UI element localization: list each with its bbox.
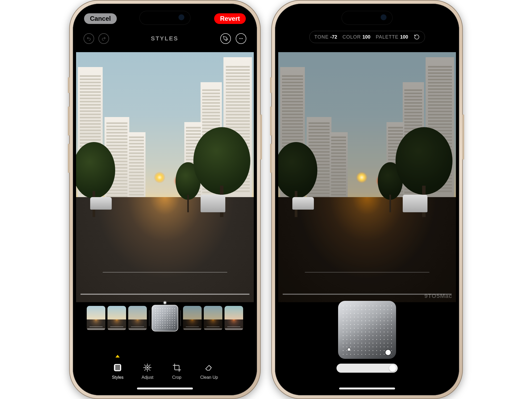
screen-right: TONE -72 COLOR 100 PALETTE 100 <box>278 7 456 392</box>
photo-preview[interactable] <box>76 52 254 302</box>
svg-line-20 <box>149 365 150 366</box>
style-thumb[interactable] <box>183 306 202 330</box>
tone-color-pad[interactable] <box>338 301 396 359</box>
styles-carousel[interactable] <box>76 305 254 331</box>
edit-tabbar: Styles Adjust Crop Clean Up <box>76 351 254 383</box>
reset-icon <box>414 34 419 40</box>
active-tab-marker-icon <box>115 355 120 358</box>
style-pad-thumb-selected[interactable] <box>152 305 178 331</box>
carousel-separator <box>149 310 149 326</box>
redo-button[interactable] <box>98 33 109 44</box>
svg-line-17 <box>145 365 146 366</box>
param-value: 100 <box>362 34 370 40</box>
svg-line-18 <box>149 370 150 371</box>
param-tone[interactable]: TONE -72 <box>314 34 337 40</box>
photo-preview[interactable]: 9TO5Mac <box>278 52 456 302</box>
tab-styles[interactable]: Styles <box>112 362 124 380</box>
style-thumb[interactable] <box>128 306 147 330</box>
param-value: 100 <box>400 34 408 40</box>
adjust-icon <box>142 362 153 373</box>
cancel-button[interactable]: Cancel <box>84 13 117 24</box>
param-color[interactable]: COLOR 100 <box>342 34 370 40</box>
tab-label: Crop <box>172 375 181 380</box>
phone-left: Cancel Revert STYLES <box>69 0 261 399</box>
carousel-separator <box>180 310 181 326</box>
slider-knob[interactable] <box>389 365 396 372</box>
param-label: TONE <box>314 34 329 40</box>
watermark-text: 9TO5Mac <box>425 293 452 300</box>
param-label: PALETTE <box>376 34 399 40</box>
dynamic-island <box>140 11 190 24</box>
tab-label: Adjust <box>142 375 153 380</box>
tab-cleanup[interactable]: Clean Up <box>200 362 218 380</box>
undo-button[interactable] <box>84 33 94 44</box>
styles-icon <box>112 362 123 373</box>
svg-point-21 <box>147 367 148 368</box>
phone-right: TONE -72 COLOR 100 PALETTE 100 <box>271 0 463 399</box>
svg-line-19 <box>145 370 146 371</box>
home-indicator[interactable] <box>339 388 395 389</box>
screen-left: Cancel Revert STYLES <box>76 7 254 392</box>
eraser-icon <box>204 362 214 373</box>
palette-slider[interactable] <box>336 364 398 373</box>
svg-rect-3 <box>114 364 121 371</box>
style-thumb[interactable] <box>225 306 243 330</box>
dynamic-island <box>342 11 392 24</box>
markup-button[interactable] <box>220 33 231 44</box>
param-label: COLOR <box>342 34 361 40</box>
mode-title: STYLES <box>151 35 178 42</box>
edit-toolbar: STYLES <box>76 31 254 46</box>
style-thumb[interactable] <box>107 306 126 330</box>
revert-button[interactable]: Revert <box>214 13 246 24</box>
param-value: -72 <box>330 34 337 40</box>
style-thumb[interactable] <box>87 306 105 330</box>
tab-label: Styles <box>112 375 124 380</box>
undo-icon <box>86 36 92 41</box>
pad-origin-dot <box>348 348 350 351</box>
svg-point-0 <box>239 38 240 39</box>
svg-point-2 <box>242 38 243 39</box>
history-group <box>84 33 109 44</box>
tab-adjust[interactable]: Adjust <box>142 362 153 380</box>
pad-cursor[interactable] <box>385 350 391 355</box>
reset-params-button[interactable] <box>413 34 420 40</box>
more-button[interactable] <box>236 33 246 44</box>
tab-label: Clean Up <box>200 375 218 380</box>
param-palette[interactable]: PALETTE 100 <box>376 34 408 40</box>
ellipsis-icon <box>238 36 244 41</box>
style-params-bar: TONE -72 COLOR 100 PALETTE 100 <box>309 31 425 43</box>
crop-icon <box>172 362 182 373</box>
home-indicator[interactable] <box>137 388 193 389</box>
redo-icon <box>101 36 106 41</box>
style-pad-area <box>278 301 456 383</box>
tab-crop[interactable]: Crop <box>172 362 182 380</box>
markup-icon <box>223 36 228 41</box>
style-thumb[interactable] <box>204 306 222 330</box>
svg-point-1 <box>240 38 241 39</box>
